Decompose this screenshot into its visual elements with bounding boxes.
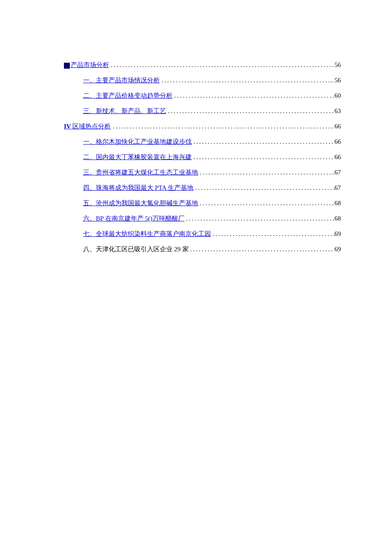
toc-entry: 一、主要产品市场情况分析56 [83, 75, 341, 85]
toc-page-number: 68 [334, 198, 341, 208]
toc-link[interactable]: 三、新技术、新产品、新工艺 [83, 108, 166, 114]
toc-title-wrap: 六、BP 在南京建年产 5()万吨醋酸厂 [83, 213, 184, 224]
toc-page-number: 69 [334, 229, 341, 239]
toc-link[interactable]: 七、全球最大纺织染料生产商落户南京化工园 [83, 230, 211, 237]
toc-dots [198, 167, 334, 177]
toc-page-number: 66 [334, 152, 341, 162]
toc-link[interactable]: 四、珠海将成为我国最大 PTA 生产基地 [83, 184, 193, 191]
toc-page-number: 56 [334, 60, 341, 70]
toc-dots [184, 213, 334, 224]
toc-link[interactable]: 二、国内最大丁苯橡胶装置在上海兴建 [83, 154, 192, 160]
toc-dots [189, 244, 335, 254]
toc-title-wrap: IV 区域热点分析 [64, 121, 111, 131]
section-marker: IV [64, 123, 71, 130]
toc-entry: 三、新技术、新产品、新工艺63 [83, 106, 341, 116]
toc-dots [193, 183, 334, 193]
toc-title-wrap: 二、主要产品价格变动趋势分析 [83, 90, 173, 101]
toc-dots [160, 75, 334, 85]
toc-link[interactable]: 产品市场分析 [71, 61, 109, 68]
toc-link[interactable]: 五、沧州成为我国最大氯化胆碱生产基地 [83, 200, 198, 206]
toc-page-number: 69 [334, 244, 341, 254]
toc-page-number: 60 [334, 90, 341, 101]
toc-link[interactable]: 区域热点分析 [71, 123, 111, 130]
toc-dots [198, 198, 334, 208]
toc-title-wrap: 四、珠海将成为我国最大 PTA 生产基地 [83, 183, 193, 193]
toc-link: 八、天津化工区已吸引入区企业 29 家 [83, 246, 189, 253]
toc-page-number: 67 [334, 167, 341, 177]
toc-title-wrap: 七、全球最大纺织染料生产商落户南京化工园 [83, 229, 211, 239]
toc-link[interactable]: 三、贵州省将建五大煤化工生态工业基地 [83, 169, 198, 176]
toc-entry: 七、全球最大纺织染料生产商落户南京化工园69 [83, 229, 341, 239]
section-marker-box [64, 63, 70, 69]
toc-entry: 一、格尔木加快化工产业基地建设步伐66 [83, 137, 341, 147]
toc-entry: 八、天津化工区已吸引入区企业 29 家69 [83, 244, 341, 254]
toc-dots [109, 60, 334, 70]
toc-page-number: 68 [334, 213, 341, 224]
toc-page-number: 56 [334, 75, 341, 85]
toc-dots [111, 121, 334, 131]
toc-entry: 二、主要产品价格变动趋势分析60 [83, 90, 341, 101]
toc-entry: 六、BP 在南京建年产 5()万吨醋酸厂68 [83, 213, 341, 224]
toc-link[interactable]: 六、BP 在南京建年产 5()万吨醋酸厂 [83, 215, 184, 222]
toc-title-wrap: 三、贵州省将建五大煤化工生态工业基地 [83, 167, 198, 177]
toc-dots [192, 137, 334, 147]
toc-dots [192, 152, 334, 162]
toc-title-wrap: 一、格尔木加快化工产业基地建设步伐 [83, 137, 192, 147]
toc-link[interactable]: 一、主要产品市场情况分析 [83, 77, 160, 84]
toc-dots [173, 90, 334, 101]
toc-entry: 三、贵州省将建五大煤化工生态工业基地67 [83, 167, 341, 177]
toc-dots [166, 106, 334, 116]
toc-entry: 产品市场分析56 [64, 60, 341, 70]
toc-title-wrap: 产品市场分析 [64, 60, 109, 70]
toc-page-number: 63 [334, 106, 341, 116]
toc-dots [211, 229, 334, 239]
toc-entry: IV 区域热点分析66 [64, 121, 341, 131]
table-of-contents: 产品市场分析56一、主要产品市场情况分析56二、主要产品价格变动趋势分析60三、… [64, 60, 341, 254]
toc-link[interactable]: 二、主要产品价格变动趋势分析 [83, 92, 173, 99]
toc-title-wrap: 三、新技术、新产品、新工艺 [83, 106, 166, 116]
toc-title-wrap: 一、主要产品市场情况分析 [83, 75, 160, 85]
toc-entry: 二、国内最大丁苯橡胶装置在上海兴建66 [83, 152, 341, 162]
toc-page-number: 66 [334, 137, 341, 147]
toc-title-wrap: 二、国内最大丁苯橡胶装置在上海兴建 [83, 152, 192, 162]
toc-title-wrap: 五、沧州成为我国最大氯化胆碱生产基地 [83, 198, 198, 208]
toc-page-number: 66 [334, 121, 341, 131]
toc-page-number: 67 [334, 183, 341, 193]
toc-entry: 五、沧州成为我国最大氯化胆碱生产基地68 [83, 198, 341, 208]
toc-title-wrap: 八、天津化工区已吸引入区企业 29 家 [83, 244, 189, 254]
toc-link[interactable]: 一、格尔木加快化工产业基地建设步伐 [83, 138, 192, 145]
toc-entry: 四、珠海将成为我国最大 PTA 生产基地67 [83, 183, 341, 193]
